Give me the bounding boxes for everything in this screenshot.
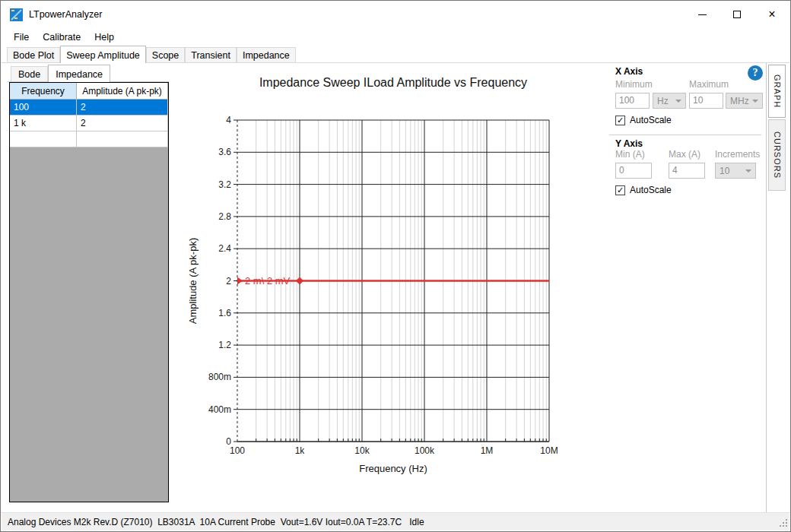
x-max-input: 10 bbox=[689, 93, 723, 109]
sub-tab-strip: Bode Impedance bbox=[8, 65, 169, 82]
chevron-down-icon bbox=[675, 100, 681, 103]
minimize-button[interactable] bbox=[685, 2, 720, 27]
x-tick-label: 10M bbox=[540, 445, 558, 456]
tab-transient[interactable]: Transient bbox=[185, 47, 237, 62]
y-tick-label: 3.2 bbox=[218, 179, 231, 190]
x-max-label: Maximum bbox=[689, 79, 729, 90]
y-tick-label: 2.8 bbox=[218, 211, 231, 222]
section-divider bbox=[609, 135, 761, 135]
x-tick-label: 100 bbox=[230, 445, 245, 456]
status-bar: Analog Devices M2k Rev.D (Z7010) LB3031A… bbox=[2, 512, 789, 530]
x-min-input: 100 bbox=[615, 93, 650, 109]
chevron-down-icon bbox=[752, 100, 758, 103]
column-header-frequency[interactable]: Frequency bbox=[10, 83, 77, 100]
x-tick-label: 10k bbox=[354, 445, 370, 456]
resize-grip[interactable] bbox=[778, 519, 787, 528]
y-axis-label: Amplitude (A pk-pk) bbox=[187, 238, 199, 324]
side-tab-cursors-label: CURSORS bbox=[773, 131, 782, 179]
side-tab-graph-label: GRAPH bbox=[773, 74, 782, 108]
impedance-sweep-chart: 0400m800m1.21.622.42.83.23.641001k10k100… bbox=[175, 63, 605, 514]
y-tick-label: 4 bbox=[226, 115, 231, 125]
y-tick-label: 3.6 bbox=[218, 147, 231, 157]
table-row[interactable] bbox=[10, 131, 168, 147]
close-icon: × bbox=[768, 8, 775, 21]
cell-amplitude[interactable] bbox=[77, 131, 168, 147]
tab-scope[interactable]: Scope bbox=[146, 47, 185, 62]
series-label: 2 m\ 2 mV bbox=[245, 275, 291, 287]
chevron-down-icon bbox=[745, 169, 751, 173]
table-row[interactable]: 1 k 2 bbox=[10, 116, 168, 131]
minimize-icon bbox=[698, 14, 707, 15]
y-increments-label: Increments bbox=[715, 149, 760, 160]
y-max-input: 4 bbox=[669, 163, 705, 179]
y-min-label: Min (A) bbox=[615, 149, 645, 160]
x-tick-label: 1M bbox=[481, 445, 494, 456]
side-tab-graph[interactable]: GRAPH bbox=[768, 65, 786, 118]
cell-frequency[interactable]: 1 k bbox=[10, 116, 77, 131]
y-tick-label: 2.4 bbox=[218, 243, 231, 254]
y-increments-value: 10 bbox=[720, 166, 729, 176]
main-tab-strip: Bode Plot Sweep Amplitude Scope Transien… bbox=[2, 46, 789, 63]
menu-bar: File Calibrate Help bbox=[2, 28, 789, 46]
side-tab-strip: GRAPH CURSORS bbox=[766, 63, 786, 514]
y-axis-heading: Y Axis bbox=[615, 138, 643, 149]
x-max-unit-value: MHz bbox=[730, 96, 749, 106]
x-autoscale-row: ✓ AutoScale bbox=[615, 115, 672, 125]
app-window: LTpowerAnalyzer × File Calibrate Help Bo… bbox=[0, 0, 791, 532]
tab-sweep-amplitude[interactable]: Sweep Amplitude bbox=[60, 46, 146, 63]
subtab-bode[interactable]: Bode bbox=[11, 66, 48, 81]
cell-frequency[interactable]: 100 bbox=[10, 100, 77, 116]
y-tick-label: 400m bbox=[208, 404, 231, 415]
y-min-input: 0 bbox=[615, 163, 652, 179]
side-tab-cursors[interactable]: CURSORS bbox=[768, 119, 786, 191]
chart-panel: 0400m800m1.21.622.42.83.23.641001k10k100… bbox=[175, 63, 605, 514]
help-icon[interactable]: ? bbox=[748, 65, 763, 81]
x-axis-heading: X Axis bbox=[615, 66, 643, 77]
tab-bode-plot[interactable]: Bode Plot bbox=[7, 47, 60, 62]
cell-frequency[interactable] bbox=[10, 131, 77, 147]
x-tick-label: 1k bbox=[295, 445, 306, 456]
cell-amplitude[interactable]: 2 bbox=[77, 116, 168, 131]
subtab-impedance[interactable]: Impedance bbox=[48, 65, 110, 82]
menu-help[interactable]: Help bbox=[87, 30, 121, 45]
app-icon bbox=[10, 8, 23, 21]
maximize-icon bbox=[733, 11, 741, 18]
y-tick-label: 2 bbox=[226, 276, 231, 287]
y-tick-label: 800m bbox=[208, 372, 231, 382]
y-tick-label: 1.6 bbox=[218, 308, 231, 318]
x-tick-label: 100k bbox=[415, 445, 435, 456]
title-bar: LTpowerAnalyzer × bbox=[2, 2, 789, 27]
chart-title: Impedance Sweep ILoad Amplitude vs Frequ… bbox=[259, 76, 527, 89]
sweep-table: Frequency Amplitude (A pk-pk) 100 2 1 k … bbox=[9, 82, 169, 502]
table-row[interactable]: 100 2 bbox=[10, 100, 168, 116]
tab-impedance[interactable]: Impedance bbox=[237, 47, 296, 62]
menu-file[interactable]: File bbox=[7, 30, 36, 45]
axis-settings-panel: X Axis ? Minimum Maximum 100 Hz 10 MHz ✓… bbox=[606, 63, 766, 514]
x-axis-label: Frequency (Hz) bbox=[359, 463, 427, 474]
y-autoscale-row: ✓ AutoScale bbox=[615, 185, 672, 195]
x-min-unit-dropdown: Hz bbox=[653, 93, 686, 109]
y-tick-label: 1.2 bbox=[218, 340, 231, 350]
y-max-label: Max (A) bbox=[669, 149, 700, 160]
x-min-label: Minimum bbox=[615, 79, 653, 90]
table-header-row: Frequency Amplitude (A pk-pk) bbox=[10, 83, 168, 100]
y-autoscale-checkbox[interactable]: ✓ bbox=[615, 185, 625, 195]
menu-calibrate[interactable]: Calibrate bbox=[36, 30, 87, 45]
close-button[interactable]: × bbox=[754, 2, 789, 27]
x-autoscale-checkbox[interactable]: ✓ bbox=[615, 116, 625, 125]
data-point-marker bbox=[237, 277, 243, 285]
content-area: Bode Impedance Frequency Amplitude (A pk… bbox=[2, 63, 789, 512]
cell-amplitude[interactable]: 2 bbox=[77, 100, 168, 116]
window-title: LTpowerAnalyzer bbox=[29, 9, 102, 20]
status-text: Analog Devices M2k Rev.D (Z7010) LB3031A… bbox=[8, 517, 424, 527]
maximize-button[interactable] bbox=[720, 2, 754, 27]
x-autoscale-label: AutoScale bbox=[630, 115, 672, 125]
window-controls: × bbox=[685, 2, 789, 27]
column-header-amplitude[interactable]: Amplitude (A pk-pk) bbox=[77, 83, 168, 100]
y-autoscale-label: AutoScale bbox=[630, 185, 672, 195]
x-min-unit-value: Hz bbox=[657, 96, 669, 106]
y-increments-dropdown: 10 bbox=[715, 163, 756, 179]
x-max-unit-dropdown: MHz bbox=[726, 93, 763, 109]
